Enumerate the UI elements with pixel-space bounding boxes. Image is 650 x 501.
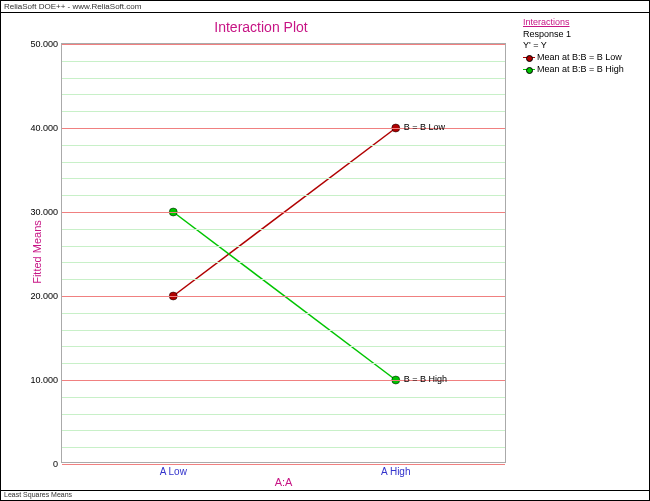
y-tick-label: 40.000 (30, 123, 62, 133)
legend-item-b-low: Mean at B:B = B Low (523, 52, 647, 64)
y-tick-label: 10.000 (30, 375, 62, 385)
grid-minor (62, 262, 505, 263)
grid-minor (62, 363, 505, 364)
plot-zone: Interaction Plot Fitted Means 010.00020.… (1, 13, 521, 490)
grid-minor (62, 346, 505, 347)
grid-minor (62, 397, 505, 398)
point-label: B = B High (404, 374, 447, 384)
grid-minor (62, 279, 505, 280)
grid-minor (62, 111, 505, 112)
y-tick-label: 30.000 (30, 207, 62, 217)
footer-text: Least Squares Means (1, 490, 649, 500)
legend-marker-red-icon (523, 54, 535, 62)
grid-minor (62, 330, 505, 331)
legend-transform: Y' = Y (523, 40, 647, 52)
chart-title: Interaction Plot (1, 19, 521, 35)
legend-item-b-high: Mean at B:B = B High (523, 64, 647, 76)
point-label: B = B Low (404, 122, 445, 132)
grid-minor (62, 195, 505, 196)
grid-minor (62, 430, 505, 431)
plot-svg (62, 44, 505, 462)
x-tick-label: A High (381, 462, 410, 477)
x-axis-label: A:A (61, 476, 506, 488)
y-tick-label: 0 (53, 459, 62, 469)
grid-minor (62, 178, 505, 179)
legend-item-label: Mean at B:B = B High (537, 64, 624, 76)
grid-minor (62, 78, 505, 79)
grid-major (62, 296, 505, 297)
legend-response: Response 1 (523, 29, 647, 41)
main-area: Interaction Plot Fitted Means 010.00020.… (1, 13, 649, 490)
legend-marker-green-icon (523, 66, 535, 74)
grid-minor (62, 414, 505, 415)
grid-minor (62, 94, 505, 95)
grid-minor (62, 313, 505, 314)
legend-item-label: Mean at B:B = B Low (537, 52, 622, 64)
y-tick-label: 20.000 (30, 291, 62, 301)
x-tick-label: A Low (160, 462, 187, 477)
plot-area: 010.00020.00030.00040.00050.000A LowA Hi… (61, 43, 506, 463)
grid-minor (62, 61, 505, 62)
grid-major (62, 212, 505, 213)
app-window: ReliaSoft DOE++ - www.ReliaSoft.com Inte… (0, 0, 650, 501)
grid-major (62, 44, 505, 45)
y-tick-label: 50.000 (30, 39, 62, 49)
grid-minor (62, 447, 505, 448)
grid-minor (62, 145, 505, 146)
legend: Interactions Response 1 Y' = Y Mean at B… (521, 13, 649, 490)
grid-major (62, 464, 505, 465)
grid-minor (62, 162, 505, 163)
window-title: ReliaSoft DOE++ - www.ReliaSoft.com (1, 1, 649, 13)
y-axis-label: Fitted Means (31, 220, 43, 284)
grid-minor (62, 229, 505, 230)
legend-title: Interactions (523, 17, 647, 29)
grid-minor (62, 246, 505, 247)
